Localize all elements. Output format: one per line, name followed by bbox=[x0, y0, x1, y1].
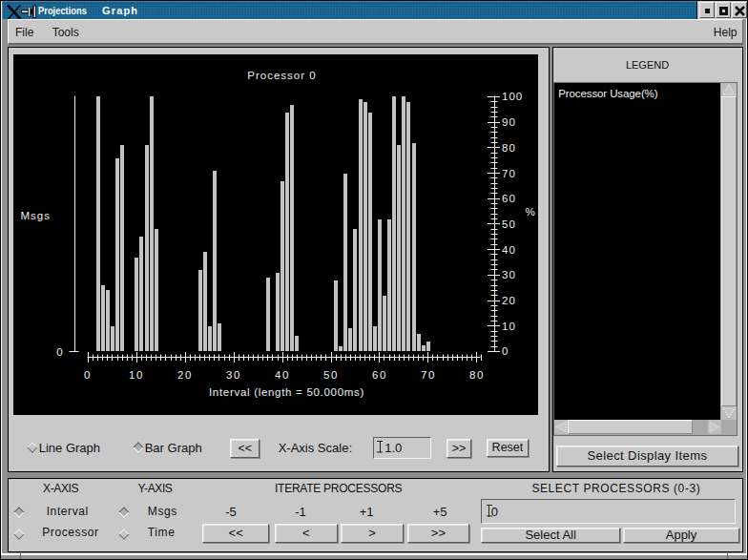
svg-text:0: 0 bbox=[502, 345, 509, 357]
svg-text:40: 40 bbox=[502, 244, 516, 256]
svg-text:10: 10 bbox=[129, 369, 144, 381]
svg-text:10: 10 bbox=[502, 321, 516, 332]
svg-text:50: 50 bbox=[323, 369, 339, 381]
svg-text:50: 50 bbox=[502, 218, 516, 230]
svg-text:20: 20 bbox=[502, 295, 516, 306]
svg-text:20: 20 bbox=[177, 369, 193, 381]
svg-text:70: 70 bbox=[421, 369, 436, 381]
svg-text:30: 30 bbox=[502, 269, 516, 280]
svg-text:Msgs: Msgs bbox=[21, 210, 51, 221]
svg-text:Interval (length = 50.000ms): Interval (length = 50.000ms) bbox=[209, 386, 364, 398]
svg-text:90: 90 bbox=[502, 116, 516, 128]
svg-text:60: 60 bbox=[372, 369, 387, 381]
svg-text:100: 100 bbox=[502, 91, 523, 102]
svg-text:70: 70 bbox=[502, 168, 516, 179]
svg-text:30: 30 bbox=[226, 369, 241, 381]
svg-text:0: 0 bbox=[56, 346, 63, 358]
svg-text:%: % bbox=[526, 206, 536, 218]
svg-text:0: 0 bbox=[84, 369, 92, 381]
svg-text:80: 80 bbox=[502, 142, 516, 154]
svg-text:40: 40 bbox=[275, 369, 290, 381]
svg-text:80: 80 bbox=[469, 369, 485, 381]
svg-text:60: 60 bbox=[502, 193, 516, 204]
svg-text:Processor 0: Processor 0 bbox=[248, 70, 317, 81]
